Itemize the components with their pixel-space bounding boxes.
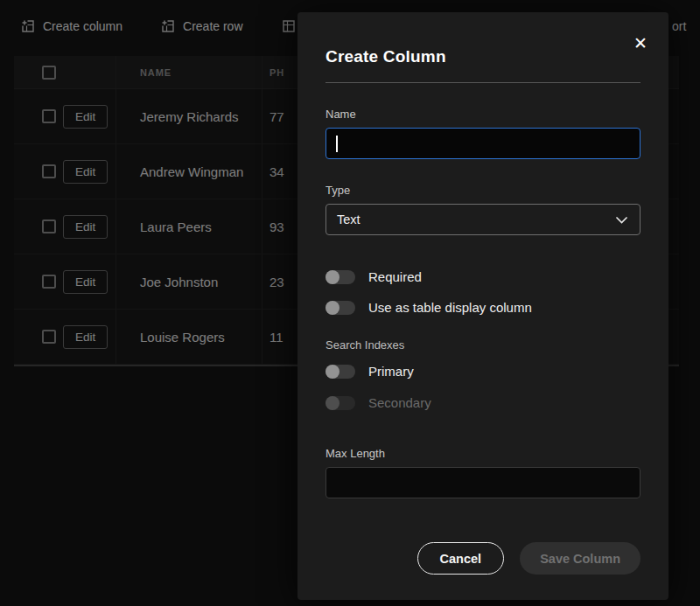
display-column-toggle[interactable] [326,301,355,315]
type-field-label: Type [326,184,640,197]
close-icon[interactable]: ✕ [630,31,651,55]
create-column-modal: ✕ Create Column Name Type Text Required … [298,12,668,600]
required-toggle-label: Required [368,269,422,284]
name-field-label: Name [326,108,640,121]
type-select[interactable]: Text [326,204,640,235]
cancel-button[interactable]: Cancel [417,542,505,575]
toggle-knob [326,270,340,284]
toggle-knob [326,396,340,410]
secondary-toggle-label: Secondary [368,395,431,410]
save-column-button[interactable]: Save Column [520,542,640,575]
display-column-toggle-label: Use as table display column [368,300,532,315]
toggle-knob [326,301,340,315]
required-toggle[interactable] [326,270,355,284]
primary-toggle[interactable] [326,365,355,379]
max-length-input[interactable] [326,467,640,498]
display-column-toggle-row: Use as table display column [326,300,640,315]
toggle-knob [326,365,340,379]
required-toggle-row: Required [326,269,640,284]
type-select-value: Text [337,212,360,226]
title-divider [326,82,640,83]
text-caret [336,136,338,152]
secondary-toggle [326,396,355,410]
max-length-field-label: Max Length [326,447,640,460]
modal-title: Create Column [326,47,640,66]
primary-toggle-row: Primary [326,364,640,379]
chevron-down-icon [616,212,627,226]
primary-toggle-label: Primary [368,364,414,379]
secondary-toggle-row: Secondary [326,395,640,410]
modal-footer: Cancel Save Column [326,542,640,575]
search-indexes-label: Search Indexes [326,338,640,352]
name-input[interactable] [326,128,640,159]
